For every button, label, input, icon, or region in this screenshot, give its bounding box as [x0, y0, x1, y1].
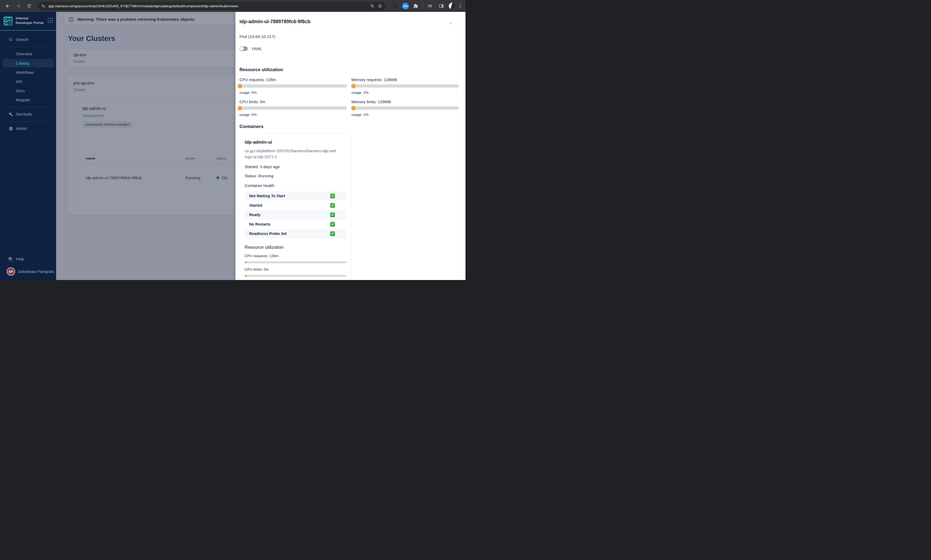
memory-requests-bar	[351, 85, 459, 88]
sidebar-item-admin[interactable]: Admin	[0, 124, 56, 133]
container-cpu-requests-bar	[245, 262, 346, 263]
close-icon[interactable]: ×	[449, 20, 452, 26]
puzzle-icon	[413, 3, 418, 9]
help-chat-icon: ?	[8, 257, 13, 262]
svg-text:?: ?	[9, 257, 11, 260]
metric-memory-limits: Memory limits: 128MiB usage: 2%	[351, 95, 459, 117]
sidebar-logo-row: Internal Developer Portal	[0, 12, 56, 29]
container-health-checklist: Not Waiting To Start Started Ready No Re…	[245, 191, 346, 238]
back-icon	[5, 3, 10, 9]
extension-loading-button[interactable]	[391, 2, 399, 10]
container-resource-metrics: CPU requests: 128m CPU limits: 0m Memory…	[245, 254, 346, 280]
side-panel-button[interactable]	[437, 2, 446, 10]
sidebar-item-catalog[interactable]: Catalog	[3, 59, 53, 68]
address-bar[interactable]: app.harness.io/ng/account/vpCkHKsDSxK9_K…	[38, 2, 385, 10]
health-check-row: Not Waiting To Start	[245, 191, 346, 201]
sidebar-nav: Search Overview Catalog Workflows API Do…	[0, 31, 56, 133]
container-card: idp-admin-ui us.gcr.io/platform-205701/h…	[239, 134, 351, 280]
pod-title: idp-admin-ui-7889789fc6-9f6cb	[239, 19, 310, 25]
yaml-toggle[interactable]	[239, 46, 248, 51]
reload-icon	[27, 3, 32, 8]
user-name: Debabrata Panigrahi	[18, 269, 54, 274]
modal-dim-overlay[interactable]	[56, 12, 236, 280]
sidebar-item-api[interactable]: API	[0, 77, 56, 86]
portal-title: Internal Developer Portal	[15, 16, 44, 25]
browser-topbar: app.harness.io/ng/account/vpCkHKsDSxK9_K…	[0, 0, 466, 12]
back-button[interactable]	[3, 2, 12, 10]
site-settings-tune-icon[interactable]	[41, 4, 46, 8]
side-panel-icon	[439, 3, 444, 9]
bookmark-button[interactable]	[376, 2, 384, 10]
sidebar-divider	[4, 121, 52, 122]
health-check-row: Ready	[245, 210, 346, 220]
yaml-toggle-label: YAML	[251, 46, 262, 51]
user-avatar[interactable]: DP	[7, 267, 15, 276]
metric-cpu-requests: CPU requests: 128m usage: 0%	[239, 72, 347, 95]
resource-utilization-heading: Resource utilization	[239, 67, 459, 72]
browser-menu-button[interactable]	[458, 3, 462, 9]
cpu-requests-bar	[239, 85, 347, 88]
toggle-knob	[240, 47, 244, 51]
forward-icon	[16, 3, 21, 9]
container-health-heading: Container health	[245, 183, 346, 188]
playlist-music-icon	[427, 3, 433, 9]
wrench-icon	[9, 112, 13, 117]
sidebar-item-docs[interactable]: Docs	[0, 86, 56, 95]
idp-logo-icon	[3, 16, 13, 26]
star-icon	[378, 3, 382, 8]
container-started: Started: 3 days ago	[245, 165, 346, 169]
sidebar: Internal Developer Portal Search Overvie…	[0, 12, 56, 280]
media-controls-button[interactable]	[426, 2, 435, 10]
metric-cpu-limits: CPU limits: 0m usage: 0%	[239, 95, 347, 117]
container-status: Status: Running	[245, 174, 346, 178]
check-icon	[330, 222, 335, 227]
check-icon	[330, 212, 335, 217]
toolbar-separator	[423, 3, 423, 8]
sidebar-item-devtools[interactable]: DevTools	[0, 110, 56, 119]
check-icon	[330, 194, 335, 198]
pod-subtitle: Pod (10.64.10.217)	[239, 34, 459, 39]
help-button[interactable]: ? Help	[0, 254, 56, 263]
container-image: us.gcr.io/platform-205701/harness/harnes…	[245, 148, 336, 160]
sidebar-item-register[interactable]: Register	[0, 95, 56, 105]
sidebar-item-workflows[interactable]: Workflows	[0, 68, 56, 77]
sidebar-item-overview[interactable]: Overview	[0, 49, 56, 58]
check-icon	[330, 203, 335, 208]
resource-metrics-grid: CPU requests: 128m usage: 0% Memory requ…	[239, 72, 459, 117]
sidebar-item-search[interactable]: Search	[0, 35, 56, 44]
zoom-level-button[interactable]	[369, 2, 376, 10]
url-text[interactable]: app.harness.io/ng/account/vpCkHKsDSxK9_K…	[48, 4, 366, 8]
browser-profile-avatar[interactable]	[449, 2, 456, 9]
memory-limits-bar	[351, 106, 459, 110]
reload-button[interactable]	[25, 2, 34, 10]
yaml-toggle-row: YAML	[239, 46, 459, 51]
zoom-out-icon	[370, 4, 375, 8]
check-icon	[330, 231, 335, 236]
browser-actions: zm	[391, 2, 462, 10]
containers-heading: Containers	[239, 124, 459, 129]
extensions-button[interactable]	[412, 2, 420, 10]
health-check-row: Readiness Probe Set	[245, 229, 346, 238]
forward-button[interactable]	[14, 2, 23, 10]
cpu-limits-bar	[239, 106, 347, 110]
metric-memory-requests: Memory requests: 128MiB usage: 2%	[351, 72, 459, 95]
sidebar-footer: ? Help DP Debabrata Panigrahi	[0, 254, 56, 280]
main-content: Warning: There was a problem retrieving …	[56, 12, 236, 280]
apps-grid-icon[interactable]	[48, 18, 53, 23]
pod-details-drawer: idp-admin-ui-7889789fc6-9f6cb × Pod (10.…	[236, 12, 466, 280]
zoom-extension-button[interactable]: zm	[402, 3, 409, 9]
help-label: Help	[16, 257, 24, 261]
drawer-header: idp-admin-ui-7889789fc6-9f6cb ×	[239, 19, 459, 26]
search-icon	[9, 37, 13, 42]
health-check-row: No Restarts	[245, 220, 346, 229]
gear-icon	[9, 126, 13, 131]
spinner-burst-icon	[392, 3, 398, 9]
container-cpu-limits-bar	[245, 275, 346, 277]
container-resource-heading: Resource utilization	[245, 245, 346, 250]
container-name: idp-admin-ui	[245, 140, 346, 145]
health-check-row: Started	[245, 201, 346, 210]
user-profile[interactable]: DP Debabrata Panigrahi	[0, 267, 56, 276]
